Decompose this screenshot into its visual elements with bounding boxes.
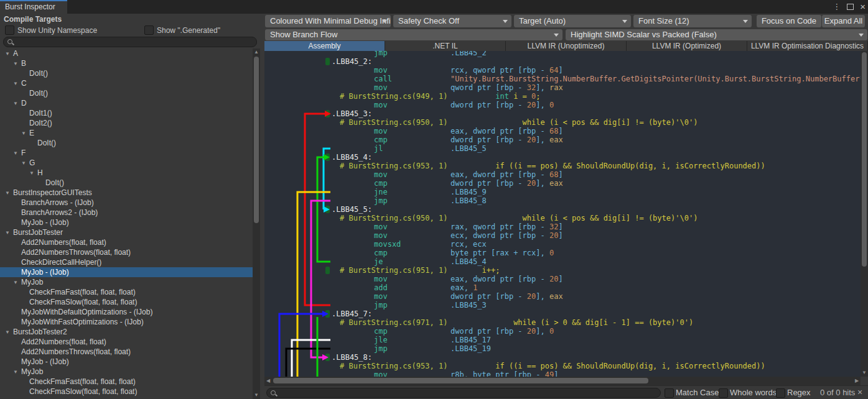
tree-item-brancharrows-ijob[interactable]: BranchArrows - (IJob) (0, 198, 253, 208)
code-line: jmp.LBB45_3 (264, 301, 861, 310)
tree-item-label: BranchArrows2 - (IJob) (21, 208, 98, 217)
tree-item-myjob-ijob[interactable]: MyJob - (IJob) (0, 218, 253, 227)
collapse-arrow-icon[interactable]: ▼ (5, 49, 13, 59)
window-menu-icon[interactable]: ⋮ (833, 0, 841, 14)
tree-item-label: CheckFmaSlow(float, float, float) (29, 298, 137, 306)
collapse-arrow-icon[interactable]: ▼ (13, 149, 21, 158)
tree-item-myjobwithdefaultoptimizations-ijob[interactable]: MyJobWithDefaultOptimizations - (IJob) (0, 307, 253, 317)
tab-llvm-ir-unoptimized[interactable]: LLVM IR (Unoptimized) (506, 41, 627, 51)
tree-item-b[interactable]: ▼B (0, 58, 253, 68)
tree-item-myjob-ijob[interactable]: MyJob - (IJob) (0, 357, 253, 367)
find-search-box[interactable] (266, 388, 661, 398)
tree-item-checkfmafast-float-float-float[interactable]: CheckFmaFast(float, float, float) (0, 377, 253, 387)
tree-item-f[interactable]: ▼F (0, 148, 253, 158)
tree-item-label: MyJob - (IJob) (21, 268, 69, 277)
whole-words-checkbox[interactable] (719, 388, 728, 398)
tree-item-doit1[interactable]: DoIt1() (0, 108, 253, 118)
code-vertical-scrollbar[interactable]: ▼ (861, 51, 868, 377)
show-branch-flow-dropdown[interactable]: Show Branch Flow (265, 29, 562, 40)
scroll-up-icon[interactable]: ▲ (253, 48, 260, 56)
tree-item-doit[interactable]: DoIt() (0, 178, 253, 188)
tree-item-g[interactable]: ▼G (0, 158, 253, 168)
tree-scrollbar[interactable]: ▲ ▼ (253, 48, 260, 399)
focus-on-code-button[interactable]: Focus on Code (757, 15, 821, 27)
scroll-left-icon[interactable]: ◀ (264, 377, 272, 385)
tree-item-myjobwithfastoptimizations-ijob[interactable]: MyJobWithFastOptimizations - (IJob) (0, 317, 253, 327)
targets-search-box[interactable] (3, 37, 257, 47)
tree-item-burstjobtester2[interactable]: ▼BurstJobTester2 (0, 327, 253, 337)
debug-info-dropdown[interactable]: Coloured With Minimal Debug Infi (265, 15, 391, 27)
tree-item-doit[interactable]: DoIt() (0, 68, 253, 78)
targets-search-input[interactable] (14, 37, 256, 48)
collapse-arrow-icon[interactable]: ▼ (5, 328, 13, 337)
tab-net-il[interactable]: .NET IL (385, 41, 506, 51)
operands: dword ptr [rbp - 20], eax (450, 179, 563, 188)
tree-item-add2numbers-float-float[interactable]: Add2Numbers(float, float) (0, 337, 253, 347)
scroll-down-icon[interactable]: ▼ (861, 369, 868, 377)
tree-item-doit2[interactable]: DoIt2() (0, 118, 253, 128)
tree-item-myjob-ijob[interactable]: MyJob - (IJob) (0, 267, 253, 277)
show-generated-checkbox[interactable] (144, 25, 154, 35)
burst-inspector-tab[interactable]: Burst Inspector (0, 0, 67, 14)
regex-checkbox[interactable] (776, 388, 785, 398)
find-search-input[interactable] (277, 388, 660, 398)
code-line: jmp.LBB45_8 (264, 196, 861, 205)
collapse-arrow-icon[interactable]: ▼ (13, 99, 21, 109)
code-horizontal-scrollbar[interactable]: ◀ ▶ (264, 377, 861, 385)
tree-item-brancharrows2-ijob[interactable]: BranchArrows2 - (IJob) (0, 208, 253, 218)
code-line: addeax, 1 (264, 283, 861, 292)
block-marker (325, 58, 330, 65)
tree-item-add2numbers-float-float[interactable]: Add2Numbers(float, float) (0, 237, 253, 247)
tree-item-add2numbersthrows-float-float[interactable]: Add2NumbersThrows(float, float) (0, 347, 253, 357)
code-hscrollbar-thumb[interactable] (273, 378, 648, 383)
source-location-comment: # BurstString.cs(953, 1) (340, 362, 447, 370)
scroll-down-icon[interactable]: ▼ (253, 392, 260, 399)
tree-item-myjob[interactable]: ▼MyJob (0, 367, 253, 377)
scroll-right-icon[interactable]: ▶ (853, 377, 861, 385)
simd-highlight-dropdown[interactable]: Highlight SIMD Scalar vs Packed (False) (566, 29, 867, 40)
tree-item-add2numbersthrows-float-float[interactable]: Add2NumbersThrows(float, float) (0, 247, 253, 257)
tree-item-checkdirectcallhelper[interactable]: CheckDirectCallHelper() (0, 257, 253, 267)
collapse-arrow-icon[interactable]: ▼ (29, 168, 37, 178)
tab-llvm-ir-optimized[interactable]: LLVM IR (Optimized) (627, 41, 747, 51)
tree-item-h[interactable]: ▼H (0, 168, 253, 178)
collapse-arrow-icon[interactable]: ▼ (21, 158, 29, 168)
safety-check-dropdown[interactable]: Safety Check Off (393, 15, 511, 27)
collapse-arrow-icon[interactable]: ▼ (21, 129, 29, 139)
tree-item-a[interactable]: ▼A (0, 48, 253, 58)
tree-item-burstinspectorguitests[interactable]: ▼BurstInspectorGUITests (0, 188, 253, 198)
target-dropdown[interactable]: Target (Auto) (514, 15, 631, 27)
tree-scrollbar-thumb[interactable] (254, 57, 259, 223)
find-close-icon[interactable]: × (857, 387, 862, 397)
font-size-dropdown[interactable]: Font Size (12) (633, 15, 752, 27)
tree-item-d[interactable]: ▼D (0, 98, 253, 108)
tree-item-doit[interactable]: DoIt() (0, 138, 253, 148)
assembly-code-view[interactable]: jmp.LBB45_2.LBB45_2:movrcx, qword ptr [r… (264, 51, 861, 377)
mnemonic: call (374, 75, 392, 83)
collapse-arrow-icon[interactable]: ▼ (13, 367, 21, 377)
tree-item-c[interactable]: ▼C (0, 78, 253, 88)
maximize-icon[interactable] (847, 4, 854, 10)
tree-item-checkfmaslow-float-float-float[interactable]: CheckFmaSlow(float, float, float) (0, 387, 253, 397)
collapse-arrow-icon[interactable]: ▼ (5, 228, 13, 238)
mnemonic: mov (374, 292, 388, 301)
collapse-arrow-icon[interactable]: ▼ (13, 79, 21, 89)
tab-assembly[interactable]: Assembly (264, 41, 385, 51)
code-vscrollbar-thumb[interactable] (862, 52, 867, 267)
tree-item-myjob[interactable]: ▼MyJob (0, 277, 253, 287)
match-case-checkbox[interactable] (665, 388, 674, 398)
search-icon (7, 39, 12, 44)
tree-item-checkfmaslow-float-float-float[interactable]: CheckFmaSlow(float, float, float) (0, 297, 253, 307)
tab-llvm-ir-optimisation-diagnostics[interactable]: LLVM IR Optimisation Diagnostics (747, 41, 868, 51)
tree-item-e[interactable]: ▼E (0, 128, 253, 138)
expand-all-button[interactable]: Expand All (822, 15, 865, 27)
show-unity-namespace-checkbox[interactable] (5, 25, 14, 35)
source-location-comment: # BurstString.cs(949, 1) (340, 92, 447, 101)
tree-item-doit[interactable]: DoIt() (0, 88, 253, 98)
collapse-arrow-icon[interactable]: ▼ (13, 59, 21, 69)
close-icon[interactable]: × (860, 1, 866, 13)
tree-item-burstjobtester[interactable]: ▼BurstJobTester (0, 227, 253, 237)
tree-item-checkfmafast-float-float-float[interactable]: CheckFmaFast(float, float, float) (0, 287, 253, 297)
collapse-arrow-icon[interactable]: ▼ (13, 278, 21, 288)
collapse-arrow-icon[interactable]: ▼ (5, 188, 13, 198)
